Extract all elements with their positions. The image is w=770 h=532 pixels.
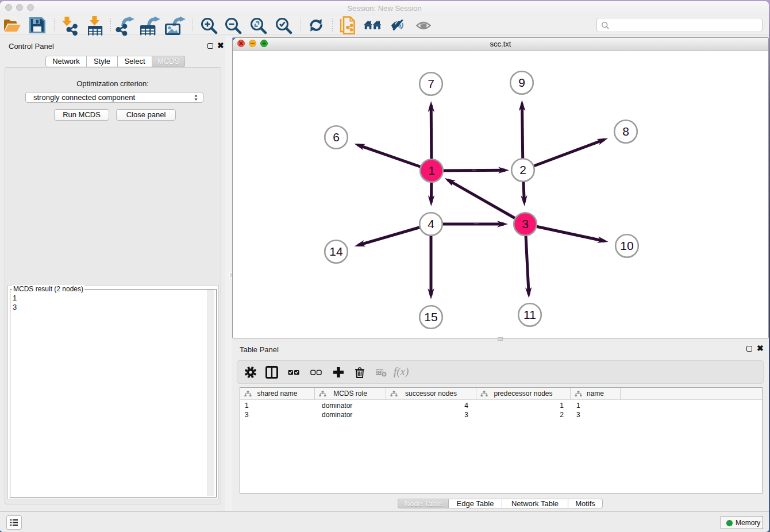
svg-text:9: 9: [518, 76, 525, 89]
svg-text:7: 7: [428, 77, 434, 90]
svg-text:14: 14: [329, 245, 343, 258]
svg-text:15: 15: [424, 310, 437, 323]
svg-text:f(x): f(x): [394, 366, 409, 378]
svg-text:3: 3: [522, 217, 529, 230]
svg-text:2: 2: [519, 163, 526, 176]
svg-text:4: 4: [428, 217, 434, 230]
svg-text:10: 10: [620, 239, 633, 252]
svg-text:1: 1: [428, 164, 435, 177]
svg-text:8: 8: [622, 125, 629, 138]
svg-text:11: 11: [523, 308, 536, 321]
svg-text:6: 6: [333, 130, 340, 144]
